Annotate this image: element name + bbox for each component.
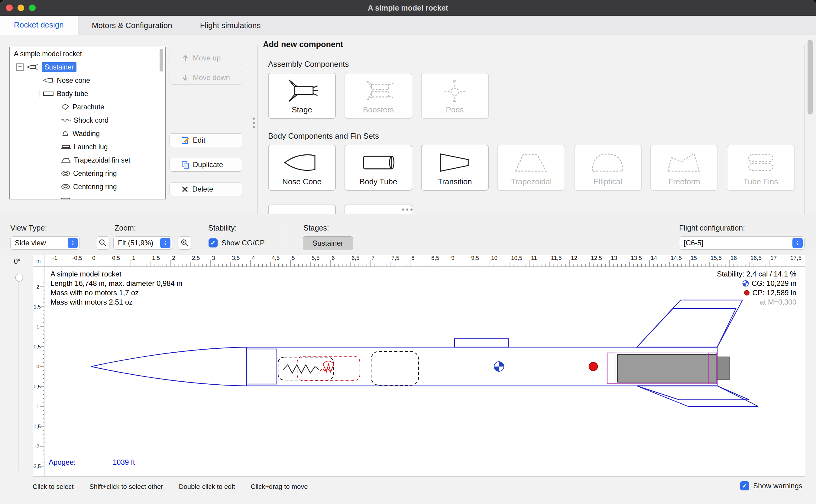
add-freeform-card: Freeform [650,145,718,191]
tree-item-root[interactable]: A simple model rocket [10,47,165,60]
window-scrollbar-thumb[interactable] [808,40,813,115]
cp-value: CP: 12,589 in [753,288,796,297]
partial-card-1 [268,205,336,214]
view-toolbar: View Type: Side view Zoom: Fit (51,9%) S… [0,214,816,255]
tree-item-trapezoidal-fin-set[interactable]: Trapezoidal fin set [10,153,165,167]
tree-scrollbar-thumb[interactable] [160,49,163,72]
svg-text:1: 1 [37,324,39,330]
move-up-button: Move up [170,51,242,65]
tree-item-partial[interactable] [10,193,165,199]
svg-text:16: 16 [730,255,737,261]
flight-configuration-select[interactable]: [C6-5] [679,236,805,250]
zoom-select[interactable]: Fit (51,9%) [113,236,172,250]
svg-text:8,5: 8,5 [431,255,439,261]
vertical-splitter-handle[interactable] [253,118,255,128]
main-tabs: Rocket design Motors & Configuration Fli… [0,16,816,36]
rotation-control: 0° [10,255,29,476]
tree-item-body-tube[interactable]: − Body tube [10,87,165,100]
stability-value: Stability: 2,4 cal / 14,1 % [717,269,796,279]
rocket-canvas[interactable]: in -1-0,500,511,522,533,544,555,566,577,… [33,255,805,477]
elliptical-fin-icon [585,150,630,176]
show-warnings-checkbox[interactable] [740,481,749,490]
delete-button[interactable]: Delete [170,182,242,196]
svg-text:-2: -2 [35,444,39,449]
pods-icon [432,78,478,104]
zoom-out-button[interactable] [96,236,109,250]
add-boosters-card: Boosters [345,73,412,119]
edit-button[interactable]: Edit [170,133,242,147]
stage-toggle-sustainer[interactable]: Sustainer [303,236,353,250]
show-warnings-row[interactable]: Show warnings [740,481,802,490]
status-hints: Click to select Shift+click to select ot… [33,483,805,491]
tree-item-shock-cord[interactable]: Shock cord [10,114,165,127]
svg-text:7: 7 [371,255,375,261]
svg-text:4: 4 [252,255,255,261]
select-stepper-icon [160,238,170,248]
svg-text:6,5: 6,5 [351,255,359,261]
collapse-handle-icon[interactable]: − [16,63,24,71]
svg-text:1,5: 1,5 [34,304,41,310]
cg-symbol [494,362,504,371]
add-component-title: Add new component [260,40,346,49]
add-transition-card[interactable]: Transition [421,145,489,191]
hint-drag: Click+drag to move [251,483,308,491]
cp-icon [744,290,750,296]
tree-item-wadding[interactable]: Wadding [10,127,165,140]
hint-click: Click to select [33,483,74,491]
fin-icon [61,157,71,163]
collapse-handle-icon[interactable]: − [33,90,40,97]
body-tube-icon [43,91,54,96]
svg-text:12,5: 12,5 [591,255,602,261]
svg-text:-1: -1 [52,255,57,261]
svg-text:8: 8 [411,255,415,261]
tree-item-parachute[interactable]: Parachute [10,100,165,114]
zoom-in-icon [180,239,189,247]
svg-text:-1: -1 [35,404,39,409]
tree-item-centering-ring-2[interactable]: Centering ring [10,180,165,193]
svg-text:3: 3 [212,255,215,261]
hint-shift-click: Shift+click to select other [89,483,163,491]
svg-text:6: 6 [332,255,335,261]
svg-text:15: 15 [691,255,697,261]
svg-text:13: 13 [611,255,617,261]
arrow-up-icon [181,54,189,62]
horizontal-splitter-handle[interactable] [402,208,413,211]
svg-text:1,5: 1,5 [152,255,160,261]
tree-item-sustainer[interactable]: − Sustainer [10,60,165,74]
rotation-slider-knob[interactable] [15,274,23,281]
stability-label: Stability: [208,224,237,232]
arrow-down-icon [181,74,189,82]
tree-item-nose-cone[interactable]: Nose cone [10,74,165,87]
stability-info-block: Stability: 2,4 cal / 14,1 % CG: 10,229 i… [717,269,796,307]
add-elliptical-card: Elliptical [574,145,642,191]
show-cgcp-checkbox[interactable] [209,238,218,247]
centering-ring-icon [61,184,70,190]
zoom-label: Zoom: [115,224,136,232]
component-tree[interactable]: A simple model rocket − Sustainer Nose c… [9,47,166,199]
tree-item-launch-lug[interactable]: Launch lug [10,140,165,153]
tree-item-centering-ring-1[interactable]: Centering ring [10,167,165,180]
boosters-icon [356,78,401,104]
tab-motors-configuration[interactable]: Motors & Configuration [78,16,186,35]
trapezoidal-fin-icon [509,150,554,176]
nose-cone-outline [91,347,247,386]
tab-flight-simulations[interactable]: Flight simulations [186,16,275,35]
tab-rocket-design[interactable]: Rocket design [0,16,78,36]
select-stepper-icon [68,238,78,248]
ruler-unit-label: in [33,255,44,267]
add-trapezoidal-card: Trapezoidal [497,145,565,191]
cp-symbol [589,362,597,371]
add-stage-card[interactable]: Stage [268,73,336,119]
add-nose-cone-card[interactable]: Nose Cone [268,145,336,191]
zoom-in-button[interactable] [178,236,191,250]
rocket-drawing-area[interactable]: A simple model rocket Length 16,748 in, … [44,267,805,477]
view-type-select[interactable]: Side view [10,236,80,250]
add-body-tube-card[interactable]: Body Tube [345,145,412,191]
parachute-icon [61,104,70,110]
centering-ring-icon [61,170,70,176]
show-cgcp-checkbox-row[interactable]: Show CG/CP [209,238,265,247]
svg-text:-0,5: -0,5 [33,384,41,389]
body-components-label: Body Components and Fin Sets [268,131,379,141]
duplicate-button[interactable]: Duplicate [170,158,242,172]
app-window: A simple model rocket Rocket design Moto… [0,0,816,504]
